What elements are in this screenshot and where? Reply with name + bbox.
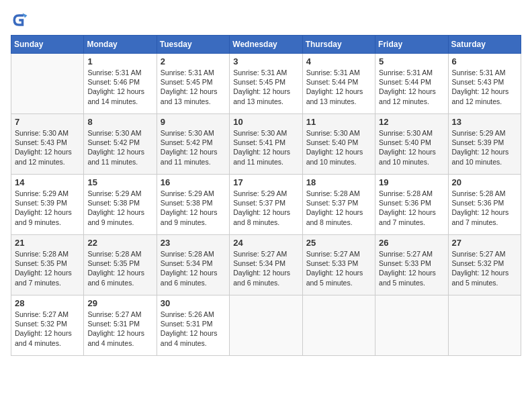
day-number: 15: [87, 177, 152, 187]
day-cell: 14Sunrise: 5:29 AMSunset: 5:39 PMDayligh…: [11, 175, 84, 235]
day-cell: 4Sunrise: 5:31 AMSunset: 5:44 PMDaylight…: [302, 54, 375, 114]
day-cell: 24Sunrise: 5:27 AMSunset: 5:34 PMDayligh…: [230, 235, 302, 295]
day-number: 8: [87, 117, 152, 127]
day-number: 4: [306, 56, 371, 66]
day-cell: 9Sunrise: 5:30 AMSunset: 5:42 PMDaylight…: [157, 114, 229, 175]
day-number: 16: [161, 177, 226, 187]
header-cell-saturday: Saturday: [448, 36, 521, 54]
header-cell-thursday: Thursday: [302, 36, 375, 54]
day-cell: 12Sunrise: 5:30 AMSunset: 5:40 PMDayligh…: [375, 114, 448, 175]
day-cell: 19Sunrise: 5:28 AMSunset: 5:36 PMDayligh…: [375, 175, 448, 235]
header-cell-friday: Friday: [375, 36, 448, 54]
day-info: Sunrise: 5:29 AMSunset: 5:39 PMDaylight:…: [15, 189, 80, 227]
day-cell: 29Sunrise: 5:27 AMSunset: 5:31 PMDayligh…: [84, 295, 157, 356]
day-cell: 28Sunrise: 5:27 AMSunset: 5:32 PMDayligh…: [11, 295, 84, 356]
day-info: Sunrise: 5:27 AMSunset: 5:32 PMDaylight:…: [452, 249, 517, 287]
day-info: Sunrise: 5:29 AMSunset: 5:39 PMDaylight:…: [452, 128, 517, 167]
day-number: 19: [379, 177, 444, 187]
calendar-table: SundayMondayTuesdayWednesdayThursdayFrid…: [11, 35, 521, 356]
header-cell-tuesday: Tuesday: [157, 36, 229, 54]
day-cell: 17Sunrise: 5:29 AMSunset: 5:37 PMDayligh…: [230, 175, 302, 235]
day-number: 11: [306, 117, 371, 127]
day-cell: 27Sunrise: 5:27 AMSunset: 5:32 PMDayligh…: [448, 235, 521, 295]
day-number: 7: [15, 117, 80, 127]
day-cell: 1Sunrise: 5:31 AMSunset: 5:46 PMDaylight…: [84, 54, 157, 114]
day-info: Sunrise: 5:27 AMSunset: 5:32 PMDaylight:…: [15, 310, 80, 348]
day-info: Sunrise: 5:28 AMSunset: 5:34 PMDaylight:…: [161, 249, 226, 287]
day-info: Sunrise: 5:30 AMSunset: 5:42 PMDaylight:…: [87, 128, 152, 167]
day-cell: 25Sunrise: 5:27 AMSunset: 5:33 PMDayligh…: [302, 235, 375, 295]
day-number: 10: [233, 117, 298, 127]
day-info: Sunrise: 5:27 AMSunset: 5:33 PMDaylight:…: [306, 249, 371, 287]
day-number: 17: [233, 177, 298, 187]
day-cell: 13Sunrise: 5:29 AMSunset: 5:39 PMDayligh…: [448, 114, 521, 175]
day-info: Sunrise: 5:27 AMSunset: 5:33 PMDaylight:…: [379, 249, 444, 287]
day-number: 21: [15, 238, 80, 248]
calendar-body: 1Sunrise: 5:31 AMSunset: 5:46 PMDaylight…: [11, 54, 521, 356]
day-info: Sunrise: 5:30 AMSunset: 5:40 PMDaylight:…: [306, 128, 371, 167]
day-cell: [11, 54, 84, 114]
day-cell: 18Sunrise: 5:28 AMSunset: 5:37 PMDayligh…: [302, 175, 375, 235]
week-row-2: 7Sunrise: 5:30 AMSunset: 5:43 PMDaylight…: [11, 114, 521, 175]
day-number: 3: [233, 56, 298, 66]
week-row-3: 14Sunrise: 5:29 AMSunset: 5:39 PMDayligh…: [11, 175, 521, 235]
day-number: 22: [87, 238, 152, 248]
day-cell: 22Sunrise: 5:28 AMSunset: 5:35 PMDayligh…: [84, 235, 157, 295]
day-cell: 16Sunrise: 5:29 AMSunset: 5:38 PMDayligh…: [157, 175, 229, 235]
day-cell: 10Sunrise: 5:30 AMSunset: 5:41 PMDayligh…: [230, 114, 302, 175]
day-cell: 2Sunrise: 5:31 AMSunset: 5:45 PMDaylight…: [157, 54, 229, 114]
header-cell-monday: Monday: [84, 36, 157, 54]
week-row-1: 1Sunrise: 5:31 AMSunset: 5:46 PMDaylight…: [11, 54, 521, 114]
day-info: Sunrise: 5:28 AMSunset: 5:37 PMDaylight:…: [306, 189, 371, 227]
day-number: 20: [452, 177, 517, 187]
day-info: Sunrise: 5:31 AMSunset: 5:44 PMDaylight:…: [306, 68, 371, 106]
day-number: 5: [379, 56, 444, 66]
calendar-header: SundayMondayTuesdayWednesdayThursdayFrid…: [11, 36, 521, 54]
day-number: 25: [306, 238, 371, 248]
day-cell: 23Sunrise: 5:28 AMSunset: 5:34 PMDayligh…: [157, 235, 229, 295]
day-number: 26: [379, 238, 444, 248]
day-cell: 20Sunrise: 5:28 AMSunset: 5:36 PMDayligh…: [448, 175, 521, 235]
day-cell: 6Sunrise: 5:31 AMSunset: 5:43 PMDaylight…: [448, 54, 521, 114]
day-cell: 8Sunrise: 5:30 AMSunset: 5:42 PMDaylight…: [84, 114, 157, 175]
day-cell: 15Sunrise: 5:29 AMSunset: 5:38 PMDayligh…: [84, 175, 157, 235]
day-info: Sunrise: 5:30 AMSunset: 5:41 PMDaylight:…: [233, 128, 298, 167]
header-cell-wednesday: Wednesday: [230, 36, 302, 54]
day-info: Sunrise: 5:31 AMSunset: 5:43 PMDaylight:…: [452, 68, 517, 106]
day-info: Sunrise: 5:31 AMSunset: 5:45 PMDaylight:…: [233, 68, 298, 106]
day-info: Sunrise: 5:27 AMSunset: 5:31 PMDaylight:…: [87, 310, 152, 348]
day-cell: 21Sunrise: 5:28 AMSunset: 5:35 PMDayligh…: [11, 235, 84, 295]
day-number: 1: [87, 56, 152, 66]
day-cell: [448, 295, 521, 356]
day-number: 14: [15, 177, 80, 187]
header-cell-sunday: Sunday: [11, 36, 84, 54]
day-info: Sunrise: 5:28 AMSunset: 5:35 PMDaylight:…: [87, 249, 152, 287]
day-number: 27: [452, 238, 517, 248]
day-number: 12: [379, 117, 444, 127]
day-info: Sunrise: 5:26 AMSunset: 5:31 PMDaylight:…: [161, 310, 226, 348]
header-row: SundayMondayTuesdayWednesdayThursdayFrid…: [11, 36, 521, 54]
day-info: Sunrise: 5:29 AMSunset: 5:38 PMDaylight:…: [87, 189, 152, 227]
page-header: [11, 11, 521, 30]
week-row-5: 28Sunrise: 5:27 AMSunset: 5:32 PMDayligh…: [11, 295, 521, 356]
day-number: 28: [15, 298, 80, 308]
day-info: Sunrise: 5:29 AMSunset: 5:37 PMDaylight:…: [233, 189, 298, 227]
day-number: 23: [161, 238, 226, 248]
day-cell: [302, 295, 375, 356]
logo-icon: [11, 11, 30, 30]
day-info: Sunrise: 5:28 AMSunset: 5:36 PMDaylight:…: [452, 189, 517, 227]
day-cell: 30Sunrise: 5:26 AMSunset: 5:31 PMDayligh…: [157, 295, 229, 356]
day-info: Sunrise: 5:30 AMSunset: 5:42 PMDaylight:…: [161, 128, 226, 167]
day-info: Sunrise: 5:30 AMSunset: 5:40 PMDaylight:…: [379, 128, 444, 167]
day-info: Sunrise: 5:31 AMSunset: 5:46 PMDaylight:…: [87, 68, 152, 106]
day-cell: 5Sunrise: 5:31 AMSunset: 5:44 PMDaylight…: [375, 54, 448, 114]
day-number: 13: [452, 117, 517, 127]
day-cell: 11Sunrise: 5:30 AMSunset: 5:40 PMDayligh…: [302, 114, 375, 175]
day-info: Sunrise: 5:27 AMSunset: 5:34 PMDaylight:…: [233, 249, 298, 287]
day-cell: [230, 295, 302, 356]
day-number: 29: [87, 298, 152, 308]
day-info: Sunrise: 5:30 AMSunset: 5:43 PMDaylight:…: [15, 128, 80, 167]
day-info: Sunrise: 5:28 AMSunset: 5:35 PMDaylight:…: [15, 249, 80, 287]
day-number: 30: [161, 298, 226, 308]
day-number: 6: [452, 56, 517, 66]
